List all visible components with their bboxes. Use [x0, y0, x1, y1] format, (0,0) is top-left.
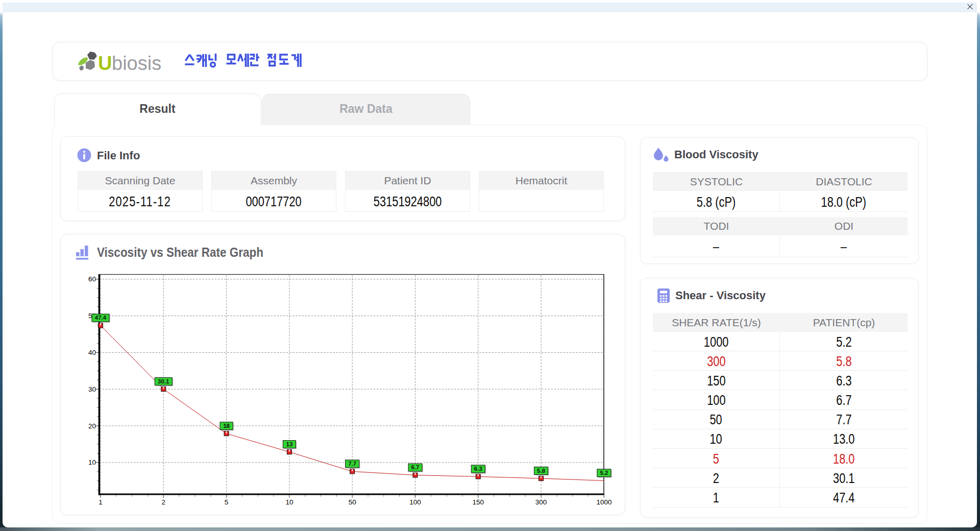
svg-text:10: 10	[285, 498, 293, 506]
svg-text:1000: 1000	[596, 498, 611, 506]
svg-text:5.8: 5.8	[537, 468, 546, 474]
svg-text:6.7: 6.7	[411, 464, 420, 470]
svg-text:40: 40	[88, 349, 96, 356]
svg-text:150: 150	[473, 498, 484, 506]
svg-text:6.3: 6.3	[474, 466, 482, 472]
svg-text:60: 60	[88, 275, 96, 283]
svg-text:1: 1	[99, 498, 103, 506]
svg-text:U: U	[98, 53, 112, 74]
svg-text:10: 10	[88, 458, 96, 466]
svg-text:47.4: 47.4	[95, 315, 107, 321]
svg-text:30: 30	[88, 385, 96, 393]
svg-text:5: 5	[225, 498, 229, 506]
svg-text:18: 18	[223, 423, 230, 429]
svg-text:13: 13	[286, 441, 293, 447]
svg-text:20: 20	[88, 422, 96, 430]
svg-text:biosis: biosis	[112, 53, 161, 74]
svg-text:5.2: 5.2	[600, 470, 608, 476]
svg-text:100: 100	[409, 498, 421, 506]
svg-text:300: 300	[535, 498, 547, 506]
svg-text:30.1: 30.1	[158, 378, 169, 384]
svg-text:7.7: 7.7	[348, 461, 356, 467]
svg-text:50: 50	[349, 498, 356, 506]
svg-text:2: 2	[162, 498, 166, 506]
